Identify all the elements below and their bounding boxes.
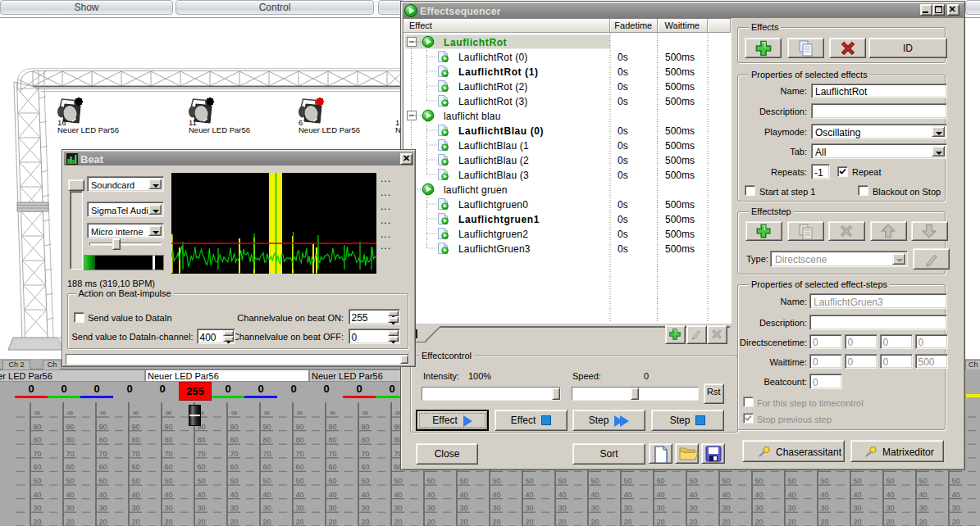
svg-text:70: 70	[197, 450, 205, 458]
svg-text:50: 50	[492, 477, 500, 485]
svg-text:30: 30	[426, 504, 435, 512]
svg-text:∞: ∞	[100, 408, 106, 417]
svg-text:40: 40	[525, 491, 533, 499]
svg-text:∞: ∞	[264, 408, 270, 417]
svg-text:50: 50	[295, 477, 303, 485]
svg-text:90: 90	[66, 423, 74, 431]
svg-text:20: 20	[689, 518, 697, 526]
svg-text:60: 60	[164, 463, 172, 471]
svg-text:30: 30	[164, 504, 172, 512]
svg-text:90: 90	[262, 423, 271, 431]
svg-text:90: 90	[33, 423, 41, 431]
svg-text:70: 70	[66, 450, 74, 458]
svg-text:50: 50	[558, 477, 566, 485]
svg-text:30: 30	[754, 504, 763, 512]
svg-text:40: 40	[722, 491, 730, 499]
svg-text:90: 90	[328, 423, 336, 431]
svg-text:20: 20	[623, 518, 631, 526]
svg-text:40: 40	[754, 491, 763, 499]
svg-text:70: 70	[131, 450, 139, 458]
svg-text:40: 40	[558, 491, 566, 499]
svg-text:20: 20	[558, 518, 566, 526]
svg-text:20: 20	[131, 518, 139, 526]
svg-text:80: 80	[328, 436, 336, 444]
svg-text:60: 60	[262, 463, 271, 471]
svg-text:20: 20	[656, 518, 664, 526]
svg-text:20: 20	[295, 518, 303, 526]
svg-text:60: 60	[230, 463, 238, 471]
svg-text:70: 70	[262, 450, 271, 458]
svg-text:30: 30	[886, 504, 894, 512]
svg-text:60: 60	[66, 463, 74, 471]
svg-text:20: 20	[853, 518, 861, 526]
svg-text:40: 40	[787, 491, 795, 499]
svg-text:50: 50	[33, 477, 41, 485]
svg-text:40: 40	[853, 491, 861, 499]
svg-text:20: 20	[164, 518, 172, 526]
svg-text:40: 40	[66, 491, 74, 499]
svg-text:50: 50	[951, 477, 959, 485]
svg-text:80: 80	[361, 436, 369, 444]
svg-text:∞: ∞	[67, 408, 73, 417]
svg-text:40: 40	[492, 491, 500, 499]
svg-text:30: 30	[295, 504, 303, 512]
svg-text:40: 40	[328, 491, 336, 499]
svg-text:40: 40	[295, 491, 303, 499]
svg-text:50: 50	[787, 477, 795, 485]
svg-text:60: 60	[33, 463, 41, 471]
svg-text:20: 20	[426, 518, 435, 526]
svg-text:20: 20	[722, 518, 730, 526]
svg-text:50: 50	[853, 477, 861, 485]
svg-text:40: 40	[33, 491, 41, 499]
svg-text:50: 50	[262, 477, 271, 485]
svg-text:20: 20	[459, 518, 467, 526]
svg-text:∞: ∞	[297, 408, 303, 417]
svg-text:30: 30	[66, 504, 74, 512]
svg-text:30: 30	[853, 504, 861, 512]
svg-text:90: 90	[164, 423, 172, 431]
svg-text:90: 90	[230, 423, 238, 431]
svg-text:90: 90	[131, 423, 139, 431]
svg-text:20: 20	[230, 518, 238, 526]
svg-text:70: 70	[295, 450, 303, 458]
svg-text:50: 50	[426, 477, 435, 485]
svg-text:30: 30	[951, 504, 959, 512]
svg-text:40: 40	[951, 491, 959, 499]
svg-text:80: 80	[98, 436, 107, 444]
svg-text:30: 30	[525, 504, 533, 512]
svg-text:60: 60	[328, 463, 336, 471]
svg-text:80: 80	[295, 436, 303, 444]
svg-text:30: 30	[394, 504, 402, 512]
svg-text:30: 30	[820, 504, 828, 512]
svg-text:40: 40	[230, 491, 238, 499]
svg-text:80: 80	[230, 436, 238, 444]
svg-text:70: 70	[230, 450, 238, 458]
svg-text:30: 30	[328, 504, 336, 512]
svg-text:80: 80	[164, 436, 172, 444]
svg-text:50: 50	[131, 477, 139, 485]
svg-text:40: 40	[197, 491, 205, 499]
svg-text:30: 30	[33, 504, 41, 512]
svg-text:30: 30	[98, 504, 107, 512]
svg-text:30: 30	[459, 504, 467, 512]
svg-text:30: 30	[492, 504, 500, 512]
svg-text:50: 50	[886, 477, 894, 485]
svg-text:80: 80	[66, 436, 74, 444]
svg-text:40: 40	[590, 491, 599, 499]
svg-text:60: 60	[197, 463, 205, 471]
svg-text:40: 40	[361, 491, 369, 499]
svg-text:50: 50	[918, 477, 927, 485]
svg-text:20: 20	[361, 518, 369, 526]
svg-text:30: 30	[623, 504, 631, 512]
svg-text:30: 30	[262, 504, 271, 512]
svg-text:50: 50	[459, 477, 467, 485]
svg-text:40: 40	[164, 491, 172, 499]
svg-text:70: 70	[98, 450, 107, 458]
svg-text:30: 30	[361, 504, 369, 512]
svg-text:50: 50	[722, 477, 730, 485]
svg-text:60: 60	[295, 463, 303, 471]
svg-text:40: 40	[262, 491, 271, 499]
svg-text:40: 40	[689, 491, 697, 499]
svg-text:40: 40	[459, 491, 467, 499]
svg-text:30: 30	[787, 504, 795, 512]
